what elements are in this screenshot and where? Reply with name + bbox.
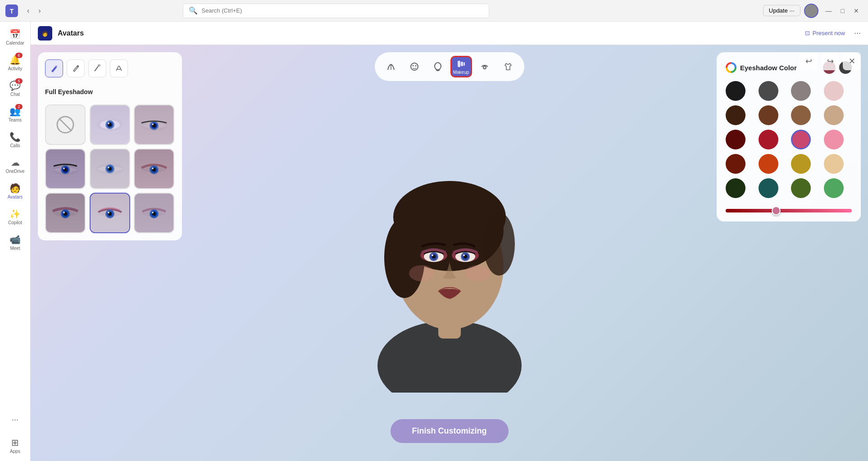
svg-point-68 [432, 254, 433, 256]
color-dot-4[interactable] [726, 105, 745, 125]
color-dot-9[interactable] [759, 130, 778, 149]
present-now-button[interactable]: ⊡ Present now [800, 27, 850, 39]
maximize-button[interactable]: □ [837, 5, 848, 16]
close-editor-button[interactable]: ✕ [843, 52, 861, 70]
face-button[interactable] [404, 56, 425, 77]
accessories-button[interactable] [474, 56, 495, 77]
sidebar-item-activity[interactable]: 🔔 6 Activity [3, 51, 28, 75]
slider-thumb[interactable] [772, 206, 781, 215]
color-wheel-icon [726, 62, 736, 73]
style-item-8[interactable] [134, 193, 174, 233]
color-dot-5[interactable] [759, 105, 778, 125]
svg-point-55 [152, 212, 154, 213]
color-dot-11[interactable] [824, 130, 844, 149]
search-input[interactable] [201, 7, 483, 14]
color-dot-17[interactable] [759, 178, 778, 198]
no-style-icon [46, 105, 85, 144]
avatar-svg [355, 113, 544, 393]
clothing-button[interactable] [497, 56, 519, 77]
activity-badge: 6 [15, 53, 23, 58]
app-layout: 📅 Calendar 🔔 6 Activity 💬 5 Chat 👥 2 Tea… [0, 22, 868, 461]
svg-point-13 [77, 65, 79, 67]
nav-buttons: ‹ › [23, 5, 45, 17]
color-dot-13[interactable] [759, 154, 778, 174]
back-button[interactable]: ‹ [23, 5, 33, 17]
user-avatar[interactable] [804, 4, 818, 18]
svg-point-61 [384, 217, 425, 298]
titlebar-right: Update ··· — □ ✕ [763, 4, 863, 18]
finish-customizing-button[interactable]: Finish Customizing [391, 419, 509, 443]
tool-tab-2[interactable] [67, 59, 85, 77]
tool-tab-1[interactable] [45, 59, 63, 77]
sidebar-item-more[interactable]: ··· [3, 408, 28, 432]
forward-button[interactable]: › [35, 5, 44, 17]
svg-point-8 [435, 63, 441, 70]
search-bar[interactable]: 🔍 [183, 4, 489, 18]
content-area: 🧑 Avatars ⊡ Present now ··· [31, 22, 868, 461]
eye-preview-7 [91, 194, 129, 232]
sidebar-item-avatars[interactable]: 🧑 Avatars [3, 179, 28, 203]
color-dot-0[interactable] [726, 81, 745, 101]
sidebar-item-meet[interactable]: 📹 Meet [3, 230, 28, 254]
sidebar-item-teams[interactable]: 👥 2 Teams [3, 102, 28, 126]
style-item-2[interactable] [134, 104, 174, 145]
eye-preview-5 [135, 149, 173, 188]
tool-tab-4[interactable] [110, 59, 128, 77]
update-button[interactable]: Update ··· [763, 5, 800, 16]
head-button[interactable] [427, 56, 449, 77]
more-dots: ··· [8, 411, 22, 428]
style-item-5[interactable] [134, 149, 174, 189]
avatar-container [355, 113, 544, 393]
svg-point-12 [483, 66, 486, 69]
color-dot-6[interactable] [791, 105, 811, 125]
color-dot-10[interactable] [791, 130, 811, 149]
makeup-button[interactable]: Makeup [450, 56, 472, 77]
color-scroll-area[interactable] [726, 81, 852, 198]
svg-rect-9 [458, 61, 460, 67]
svg-point-5 [411, 63, 418, 70]
color-dot-15[interactable] [824, 154, 844, 174]
sidebar-item-calls[interactable]: 📞 Calls [3, 128, 28, 152]
svg-point-75 [409, 265, 434, 281]
sidebar-item-copilot[interactable]: ✨ Copilot [3, 205, 28, 229]
color-dot-8[interactable] [726, 130, 745, 149]
teams-badge: 2 [15, 104, 23, 109]
style-item-4[interactable] [90, 149, 130, 189]
style-item-3[interactable] [45, 149, 86, 189]
color-dot-12[interactable] [726, 154, 745, 174]
redo-button[interactable]: ↪ [821, 52, 839, 70]
color-dot-19[interactable] [824, 178, 844, 198]
activity-icon: 🔔 6 [9, 54, 21, 65]
chat-icon: 💬 5 [9, 80, 21, 91]
chat-badge: 5 [15, 78, 23, 84]
window-controls: — □ ✕ [822, 5, 863, 16]
style-item-6[interactable] [45, 193, 86, 233]
app-header: 🧑 Avatars ⊡ Present now ··· [31, 22, 868, 45]
color-dot-14[interactable] [791, 154, 811, 174]
sidebar-item-apps[interactable]: ⊞ Apps [3, 434, 28, 457]
header-more-button[interactable]: ··· [854, 28, 861, 38]
svg-text:T: T [10, 8, 14, 15]
color-slider[interactable] [726, 209, 852, 212]
slider-container [726, 209, 852, 212]
style-none[interactable] [45, 104, 86, 145]
eye-preview-6 [46, 194, 85, 232]
tool-tab-3[interactable] [88, 59, 106, 77]
color-dot-1[interactable] [759, 81, 778, 101]
undo-button[interactable]: ↩ [800, 52, 818, 70]
style-item-7[interactable] [90, 193, 130, 233]
color-dot-7[interactable] [824, 105, 844, 125]
sidebar-item-chat[interactable]: 💬 5 Chat [3, 77, 28, 100]
sidebar-item-calendar[interactable]: 📅 Calendar [3, 25, 28, 49]
color-dot-16[interactable] [726, 178, 745, 198]
hair-button[interactable] [380, 56, 402, 77]
color-dot-18[interactable] [791, 178, 811, 198]
minimize-button[interactable]: — [822, 5, 836, 16]
color-dot-2[interactable] [791, 81, 811, 101]
top-toolbar: Makeup [375, 52, 524, 81]
style-item-1[interactable] [90, 104, 130, 145]
color-dot-3[interactable] [824, 81, 844, 101]
sidebar-item-onedrive[interactable]: ☁ OneDrive [3, 154, 28, 177]
right-panel: Eyeshadow Color [717, 52, 861, 221]
close-button[interactable]: ✕ [850, 5, 863, 16]
